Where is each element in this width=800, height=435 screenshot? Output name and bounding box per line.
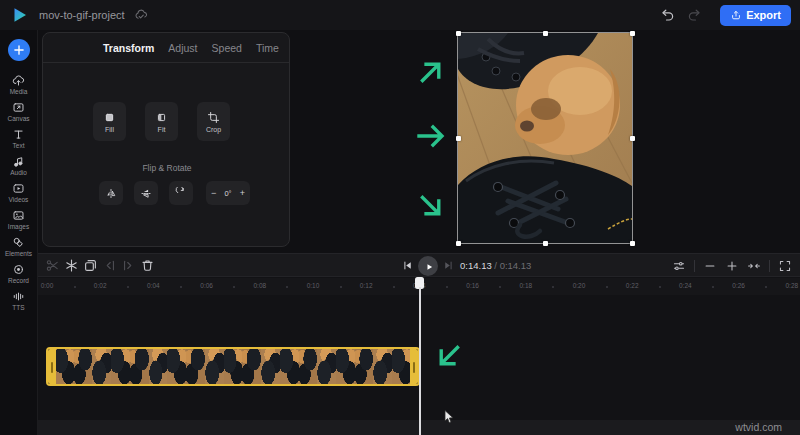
delete-right-button[interactable] (121, 258, 136, 273)
preview-stage: TransformAdjustSpeedTime FillFitCrop Fli… (38, 30, 800, 253)
annotation-arrow-right-icon (415, 120, 447, 152)
sidebar-item-media[interactable]: Media (0, 71, 38, 98)
ruler-tick-label: 0:28 (776, 282, 800, 289)
resize-handle-e[interactable] (630, 136, 635, 141)
sidebar-item-canvas[interactable]: Canvas (0, 98, 38, 125)
clip-thumbnail-frame (167, 349, 186, 384)
zoom-out-button[interactable] (703, 259, 717, 273)
export-label: Export (746, 9, 781, 21)
clip-thumbnail-frame (336, 349, 355, 384)
clip-thumbnail-frame (224, 349, 243, 384)
clip-thumbnail-frame (242, 349, 261, 384)
zoom-fit-button[interactable] (747, 259, 761, 273)
puppy-on-boots-frame (458, 33, 632, 243)
fill-button[interactable]: Fill (93, 102, 126, 141)
tab-speed[interactable]: Speed (210, 42, 244, 54)
sidebar-item-label: Canvas (7, 115, 29, 122)
clip-thumbnail-frame (130, 349, 149, 384)
undo-button[interactable] (660, 7, 676, 23)
ruler-tick-dot (552, 286, 554, 288)
ruler-tick-label: 0:26 (723, 282, 755, 289)
fill-icon (103, 111, 116, 124)
rotate-icon (175, 187, 187, 200)
fit-button[interactable]: Fit (145, 102, 178, 141)
record-icon (12, 263, 25, 276)
split-button[interactable] (45, 258, 60, 273)
tab-time[interactable]: Time (254, 42, 281, 54)
clip-thumbnail-frame (92, 349, 111, 384)
resize-handle-ne[interactable] (630, 31, 635, 36)
clip-thumbnail-frame (355, 349, 374, 384)
sidebar-item-label: Record (8, 277, 29, 284)
clip-thumbnail-frame (299, 349, 318, 384)
resize-handle-s[interactable] (543, 241, 548, 246)
images-icon (12, 209, 25, 222)
crop-button[interactable]: Crop (197, 102, 230, 141)
tab-adjust[interactable]: Adjust (166, 42, 199, 54)
timeline-fullscreen-button[interactable] (778, 259, 792, 273)
sidebar-item-tts[interactable]: TTS (0, 287, 38, 314)
sidebar-item-text[interactable]: Text (0, 125, 38, 152)
delete-button[interactable] (140, 258, 155, 273)
video-preview-canvas[interactable] (458, 33, 632, 243)
flip-vertical-button[interactable] (134, 181, 158, 205)
delete-left-button[interactable] (102, 258, 117, 273)
flip-h-icon (105, 187, 117, 200)
freeze-button[interactable] (64, 258, 79, 273)
resize-handle-nw[interactable] (456, 31, 461, 36)
app-window: mov-to-gif-project Export MediaCanvasTex… (0, 0, 800, 435)
zoom-in-button[interactable] (725, 259, 739, 273)
resize-handle-w[interactable] (456, 136, 461, 141)
redo-button[interactable] (686, 7, 702, 23)
flip-horizontal-button[interactable] (99, 181, 123, 205)
mouse-cursor-icon (444, 410, 454, 424)
ruler-tick-label: 0:16 (457, 282, 489, 289)
video-clip[interactable] (46, 347, 420, 386)
media-icon (12, 74, 25, 87)
tab-transform[interactable]: Transform (101, 42, 156, 54)
export-icon (730, 9, 742, 21)
duplicate-button[interactable] (83, 258, 98, 273)
ruler-tick-label: 0:24 (669, 282, 701, 289)
sidebar-item-record[interactable]: Record (0, 260, 38, 287)
add-media-button[interactable] (8, 39, 30, 61)
annotation-arrow-down-left-icon (426, 333, 471, 378)
ruler-tick-label: 0:12 (350, 282, 382, 289)
resize-handle-se[interactable] (630, 241, 635, 246)
sidebar-item-elements[interactable]: Elements (0, 233, 38, 260)
resize-handle-sw[interactable] (456, 241, 461, 246)
ruler-tick-dot (286, 286, 288, 288)
rotate-button[interactable] (169, 181, 193, 205)
clip-thumbnail-frame (111, 349, 130, 384)
play-button[interactable] (418, 256, 438, 276)
rotation-increase-button[interactable]: + (240, 189, 245, 198)
clip-thumbnail-frame (280, 349, 299, 384)
annotation-arrow-up-right-icon (408, 49, 453, 94)
sidebar-item-audio[interactable]: Audio (0, 152, 38, 179)
videos-icon (12, 182, 25, 195)
ruler-tick-dot (233, 286, 235, 288)
ruler-tick-label: 0:10 (297, 282, 329, 289)
clip-trim-handle-left[interactable] (48, 349, 56, 384)
total-time: 0:14.13 (500, 260, 532, 271)
export-button[interactable]: Export (720, 5, 791, 26)
panel-tabs: TransformAdjustSpeedTime (43, 33, 289, 63)
clip-thumbnail-frame (373, 349, 392, 384)
sidebar-item-images[interactable]: Images (0, 206, 38, 233)
ruler-tick-dot (659, 286, 661, 288)
next-frame-button[interactable] (442, 259, 455, 272)
clip-thumbnail-frame (149, 349, 168, 384)
clip-thumbnail-frame (261, 349, 280, 384)
project-title[interactable]: mov-to-gif-project (39, 9, 125, 21)
ruler-tick-dot (74, 286, 76, 288)
rotation-decrease-button[interactable]: − (211, 189, 216, 198)
plus-icon (13, 44, 25, 56)
sidebar-item-videos[interactable]: Videos (0, 179, 38, 206)
playhead[interactable] (415, 277, 424, 435)
track-options-button[interactable] (672, 259, 686, 273)
ruler-tick-label: 0:18 (510, 282, 542, 289)
timeline-view-tools (672, 254, 792, 278)
resize-handle-n[interactable] (543, 31, 548, 36)
previous-frame-button[interactable] (401, 259, 414, 272)
rotation-value: 0° (224, 189, 231, 198)
